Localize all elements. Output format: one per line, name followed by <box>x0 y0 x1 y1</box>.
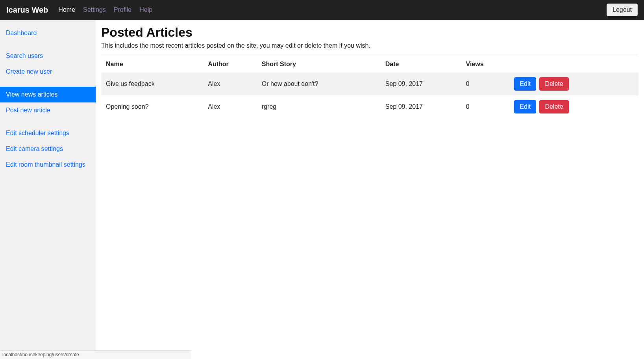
page-subtitle: This includes the most recent articles p… <box>101 42 638 49</box>
sidebar-item-post-new-article[interactable]: Post new article <box>0 102 96 118</box>
nav-link-help[interactable]: Help <box>135 4 156 16</box>
sidebar-item-view-news-articles[interactable]: View news articles <box>0 87 96 102</box>
articles-table: Name Author Short Story Date Views Give … <box>101 56 638 118</box>
cell-name: Give us feedback <box>101 73 203 95</box>
col-name: Name <box>101 56 203 73</box>
delete-button[interactable]: Delete <box>539 100 568 113</box>
sidebar-spacer <box>0 118 96 125</box>
navbar: Icarus Web Home Settings Profile Help Lo… <box>0 0 644 20</box>
edit-button[interactable]: Edit <box>514 77 536 91</box>
cell-views: 0 <box>461 95 510 118</box>
sidebar-item-dashboard[interactable]: Dashboard <box>0 25 96 41</box>
col-author: Author <box>203 56 257 73</box>
logout-button[interactable]: Logout <box>607 4 638 16</box>
nav-link-profile[interactable]: Profile <box>110 4 135 16</box>
edit-button[interactable]: Edit <box>514 100 536 113</box>
cell-author: Alex <box>203 73 257 95</box>
divider <box>101 55 638 55</box>
col-short-story: Short Story <box>257 56 381 73</box>
layout: Dashboard Search users Create new user V… <box>0 20 644 350</box>
delete-button[interactable]: Delete <box>539 77 568 91</box>
page-title: Posted Articles <box>101 25 638 40</box>
col-date: Date <box>381 56 461 73</box>
nav-link-settings[interactable]: Settings <box>79 4 110 16</box>
cell-date: Sep 09, 2017 <box>381 73 461 95</box>
nav-link-home[interactable]: Home <box>54 4 79 16</box>
sidebar-spacer <box>0 41 96 48</box>
cell-author: Alex <box>203 95 257 118</box>
cell-short-story: Or how about don't? <box>257 73 381 95</box>
sidebar: Dashboard Search users Create new user V… <box>0 20 96 350</box>
col-views: Views <box>461 56 510 73</box>
cell-actions: Edit Delete <box>509 95 638 118</box>
sidebar-item-edit-scheduler-settings[interactable]: Edit scheduler settings <box>0 125 96 141</box>
table-header-row: Name Author Short Story Date Views <box>101 56 638 73</box>
navbar-brand[interactable]: Icarus Web <box>6 6 48 15</box>
table-row: Opening soon? Alex rgreg Sep 09, 2017 0 … <box>101 95 638 118</box>
cell-views: 0 <box>461 73 510 95</box>
cell-short-story: rgreg <box>257 95 381 118</box>
cell-actions: Edit Delete <box>509 73 638 95</box>
sidebar-spacer <box>0 80 96 87</box>
table-row: Give us feedback Alex Or how about don't… <box>101 73 638 95</box>
cell-date: Sep 09, 2017 <box>381 95 461 118</box>
sidebar-item-search-users[interactable]: Search users <box>0 48 96 64</box>
sidebar-item-edit-camera-settings[interactable]: Edit camera settings <box>0 141 96 157</box>
col-actions <box>509 56 638 73</box>
navbar-links: Home Settings Profile Help <box>54 4 607 16</box>
sidebar-item-create-new-user[interactable]: Create new user <box>0 64 96 80</box>
sidebar-item-edit-room-thumbnail-settings[interactable]: Edit room thumbnail settings <box>0 157 96 173</box>
main-content: Posted Articles This includes the most r… <box>96 20 644 350</box>
cell-name: Opening soon? <box>101 95 203 118</box>
